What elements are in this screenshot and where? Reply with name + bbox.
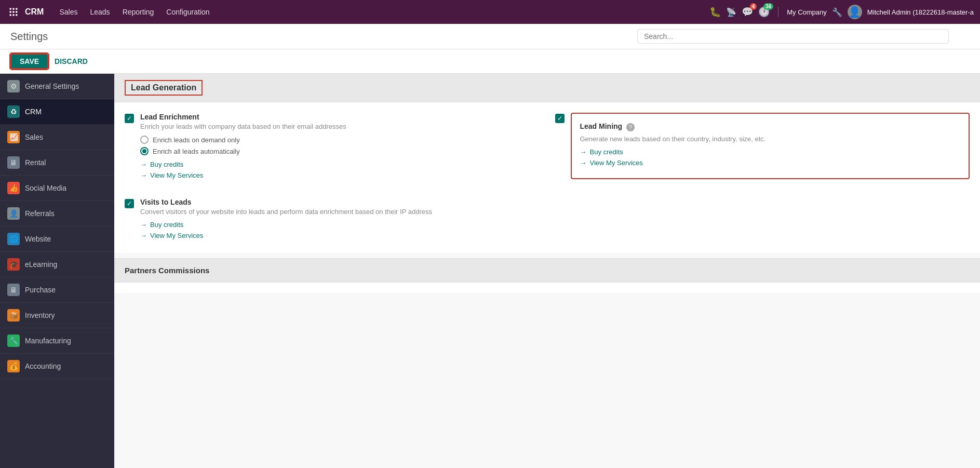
sidebar-label-social-media: Social Media: [25, 184, 66, 192]
sidebar-item-purchase[interactable]: 🖥 Purchase: [0, 277, 114, 303]
visits-to-leads-content: Visits to Leads Convert visitors of your…: [140, 198, 540, 243]
sales-icon: 📈: [7, 131, 20, 143]
sidebar-item-manufacturing[interactable]: 🔧 Manufacturing: [0, 328, 114, 354]
lead-mining-item: ✓ Lead Mining ? Generate new leads based…: [555, 113, 970, 182]
lead-enrichment-label: Lead Enrichment: [140, 113, 540, 121]
inventory-icon: 📦: [7, 309, 20, 322]
clock-badge: 36: [763, 3, 773, 10]
svg-rect-3: [10, 11, 11, 12]
checkbox-checked-icon: ✓: [125, 114, 134, 123]
sidebar: ⚙ General Settings ♻ CRM 📈 Sales 🖥 Renta…: [0, 74, 114, 468]
lead-generation-title: Lead Generation: [125, 80, 203, 96]
visits-view-services-text: View My Services: [150, 232, 203, 239]
sidebar-label-inventory: Inventory: [25, 311, 55, 319]
purchase-icon: 🖥: [7, 284, 20, 296]
save-button[interactable]: SAVE: [10, 54, 48, 69]
radio-on-demand[interactable]: Enrich leads on demand only: [140, 136, 540, 144]
lead-enrichment-checkbox[interactable]: ✓: [125, 114, 134, 123]
visits-to-leads-checkbox[interactable]: ✓: [125, 199, 134, 208]
clock-icon[interactable]: 🕐36: [758, 6, 770, 18]
website-icon: 🌐: [7, 233, 20, 245]
nav-reporting[interactable]: Reporting: [117, 5, 159, 19]
svg-rect-5: [16, 11, 17, 12]
search-input[interactable]: [637, 29, 949, 44]
svg-rect-1: [12, 8, 14, 10]
enrichment-view-services-text: View My Services: [150, 171, 203, 179]
lead-mining-desc: Generate new leads based on their countr…: [580, 135, 961, 143]
svg-rect-7: [12, 14, 14, 16]
mining-buy-credits-text: Buy credits: [590, 148, 623, 156]
mining-buy-credits-link[interactable]: → Buy credits: [580, 148, 961, 156]
action-bar: SAVE DISCARD: [0, 49, 980, 74]
sidebar-label-accounting: Accounting: [25, 362, 61, 370]
sidebar-item-elearning[interactable]: 🎓 eLearning: [0, 252, 114, 277]
svg-rect-0: [10, 8, 11, 10]
sidebar-item-inventory[interactable]: 📦 Inventory: [0, 303, 114, 328]
sidebar-item-sales[interactable]: 📈 Sales: [0, 125, 114, 150]
settings-grid: ✓ Lead Enrichment Enrich your leads with…: [114, 102, 980, 253]
visits-view-services-link[interactable]: → View My Services: [140, 232, 540, 239]
radio-auto-label: Enrich all leads automatically: [153, 148, 240, 155]
radio-demand-label: Enrich leads on demand only: [153, 136, 240, 144]
lead-mining-checkbox[interactable]: ✓: [555, 114, 565, 123]
lead-generation-header: Lead Generation: [114, 74, 980, 102]
username: Mitchell Admin (18222618-master-a: [867, 8, 974, 16]
sidebar-item-website[interactable]: 🌐 Website: [0, 226, 114, 252]
sidebar-label-website: Website: [25, 235, 51, 243]
bug-icon[interactable]: 🐛: [709, 6, 721, 18]
arrow-right-icon-5: →: [140, 221, 147, 229]
svg-rect-4: [12, 11, 14, 12]
company-name[interactable]: My Company: [787, 8, 827, 16]
radio-automatic[interactable]: Enrich all leads automatically: [140, 147, 540, 155]
visits-buy-credits-link[interactable]: → Buy credits: [140, 221, 540, 229]
referrals-icon: 👤: [7, 207, 20, 220]
visits-buy-credits-text: Buy credits: [150, 221, 183, 229]
radio-auto-outer: [140, 147, 149, 155]
enrichment-radio-group: Enrich leads on demand only Enrich all l…: [140, 136, 540, 155]
sidebar-label-crm: CRM: [25, 108, 42, 116]
nav-sales[interactable]: Sales: [54, 5, 83, 19]
tools-icon[interactable]: 🔧: [832, 7, 842, 17]
sidebar-label-purchase: Purchase: [25, 286, 56, 294]
lead-mining-box: Lead Mining ? Generate new leads based o…: [571, 113, 970, 179]
lead-enrichment-desc: Enrich your leads with company data base…: [140, 123, 540, 130]
accounting-icon: 💰: [7, 360, 20, 372]
activity-icon[interactable]: 📡: [726, 7, 736, 17]
sidebar-item-social-media[interactable]: 👍 Social Media: [0, 176, 114, 201]
topbar-right: 🐛 📡 💬4 🕐36 My Company 🔧 👤 Mitchell Admin…: [709, 5, 974, 19]
topbar-brand: CRM: [25, 7, 44, 17]
enrichment-view-services-link[interactable]: → View My Services: [140, 171, 540, 179]
lead-mining-checkbox-checked: ✓: [555, 114, 565, 123]
enrichment-buy-credits-link[interactable]: → Buy credits: [140, 161, 540, 168]
sidebar-item-accounting[interactable]: 💰 Accounting: [0, 354, 114, 379]
nav-leads[interactable]: Leads: [85, 5, 115, 19]
avatar[interactable]: 👤: [848, 5, 862, 19]
svg-rect-6: [10, 14, 11, 16]
sidebar-item-referrals[interactable]: 👤 Referrals: [0, 201, 114, 226]
discard-button[interactable]: DISCARD: [55, 57, 88, 65]
sidebar-item-general-settings[interactable]: ⚙ General Settings: [0, 74, 114, 99]
partners-commissions-body: [114, 283, 980, 293]
lead-mining-header: Lead Mining ?: [580, 122, 961, 132]
sidebar-label-general-settings: General Settings: [25, 82, 79, 90]
sidebar-item-rental[interactable]: 🖥 Rental: [0, 150, 114, 176]
svg-rect-2: [16, 8, 17, 10]
svg-rect-8: [16, 14, 17, 16]
visits-to-leads-desc: Convert visitors of your website into le…: [140, 208, 540, 216]
mining-view-services-link[interactable]: → View My Services: [580, 159, 961, 167]
radio-demand-outer: [140, 136, 149, 144]
apps-icon[interactable]: [6, 5, 21, 19]
help-icon[interactable]: ?: [626, 123, 635, 131]
arrow-right-icon: →: [140, 161, 147, 168]
sidebar-item-crm[interactable]: ♻ CRM: [0, 99, 114, 125]
lead-mining-label: Lead Mining: [580, 122, 623, 130]
social-icon: 👍: [7, 182, 20, 194]
partners-commissions-header: Partners Commissions: [114, 258, 980, 283]
lead-enrichment-item: ✓ Lead Enrichment Enrich your leads with…: [125, 113, 540, 182]
arrow-right-icon-4: →: [580, 159, 587, 167]
empty-cell: [555, 198, 970, 243]
sidebar-label-elearning: eLearning: [25, 260, 57, 269]
topbar: CRM Sales Leads Reporting Configuration …: [0, 0, 980, 24]
chat-icon[interactable]: 💬4: [742, 6, 753, 18]
nav-configuration[interactable]: Configuration: [161, 5, 214, 19]
